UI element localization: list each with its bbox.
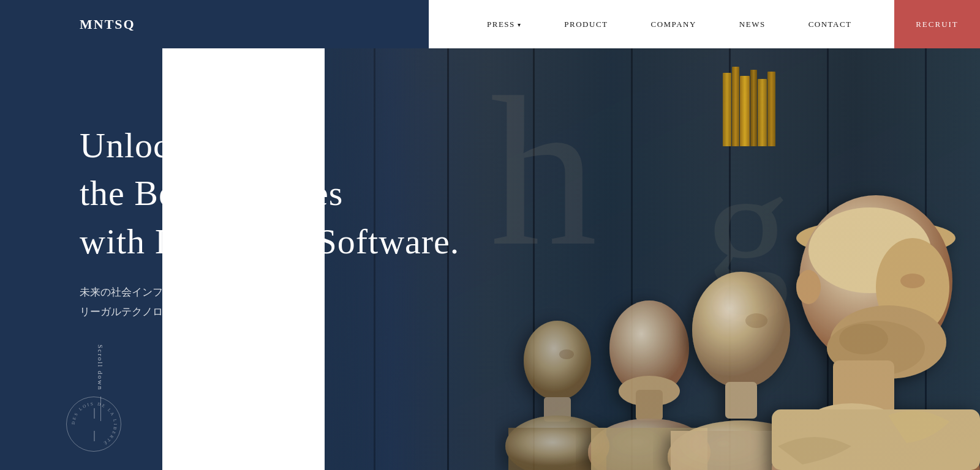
press-label: PRESS [487, 20, 515, 29]
recruit-button[interactable]: RECRUIT [894, 0, 980, 48]
nav-press[interactable]: PRESS ▾ [466, 0, 543, 48]
headline-line3: with Intelligent Software. [80, 222, 459, 261]
nav-contact[interactable]: CONTACT [787, 0, 873, 48]
hero-text: Unlock the Best Practices with Intellige… [0, 48, 533, 322]
headline-line2: the Best Practices [80, 173, 343, 213]
circle-badge-svg: DES LOIS DE LA LIBERTÉ [67, 397, 122, 452]
subtitle-line1: 未来の社会インフラとなる [80, 286, 205, 298]
logo-section: MNTSQ [0, 0, 429, 48]
hero-headline: Unlock the Best Practices with Intellige… [80, 122, 533, 266]
nav-product[interactable]: PRODUCT [543, 0, 629, 48]
scroll-down-text: Scroll down [97, 345, 104, 390]
headline-line1: Unlock [80, 125, 188, 165]
site-logo[interactable]: MNTSQ [80, 17, 135, 32]
header: MNTSQ PRESS ▾ PRODUCT COMPANY NEWS CONTA… [0, 0, 980, 48]
hero-subtitle: 未来の社会インフラとなる リーガルテクノロジーをかたちにする [80, 283, 533, 323]
subtitle-line2: リーガルテクノロジーをかたちにする [80, 306, 257, 318]
nav-company[interactable]: COMPANY [630, 0, 718, 48]
nav-section: PRESS ▾ PRODUCT COMPANY NEWS CONTACT [429, 0, 894, 48]
press-dropdown-arrow: ▾ [518, 21, 522, 28]
nav-news[interactable]: NEWS [718, 0, 787, 48]
circle-badge: DES LOIS DE LA LIBERTÉ [66, 397, 121, 452]
